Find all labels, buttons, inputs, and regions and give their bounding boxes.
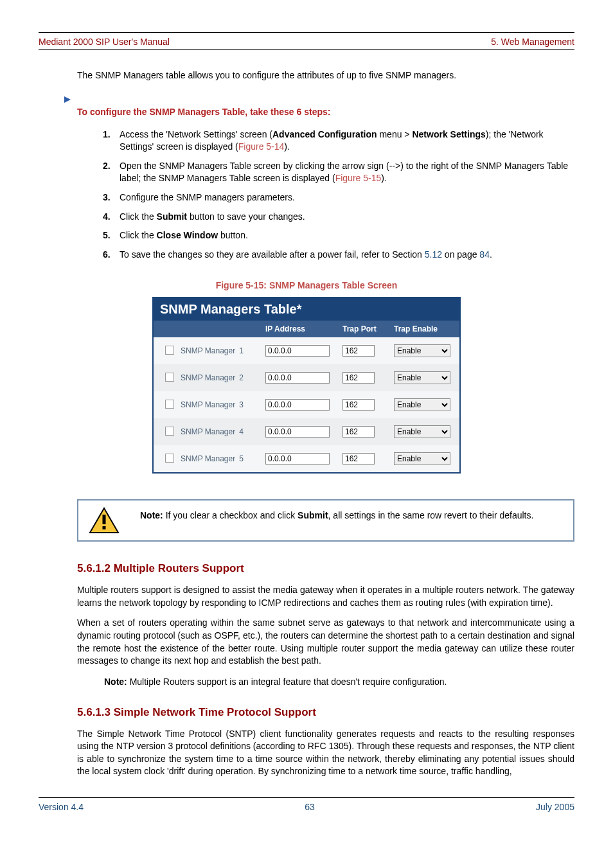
column-port: Trap Port <box>340 321 391 337</box>
figure-link[interactable]: Figure 5-15 <box>335 173 382 183</box>
step-number: 6. <box>103 249 114 261</box>
column-enable: Trap Enable <box>391 321 457 337</box>
figure-caption: Figure 5-15: SNMP Managers Table Screen <box>39 280 574 290</box>
note-label: Note: <box>140 510 163 520</box>
arrow-icon <box>64 96 71 103</box>
footer-left: Version 4.4 <box>39 802 84 812</box>
port-input[interactable] <box>342 399 375 411</box>
enable-select[interactable]: Enable <box>394 371 450 384</box>
table-title: SNMP Managers Table* <box>154 298 459 321</box>
paragraph: The Simple Network Time Protocol (SNTP) … <box>77 728 574 778</box>
step-number: 3. <box>103 191 114 204</box>
ip-input[interactable] <box>265 426 330 438</box>
enable-select[interactable]: Enable <box>394 398 450 411</box>
step-number: 5. <box>103 229 114 242</box>
port-input[interactable] <box>342 345 375 357</box>
row-checkbox[interactable] <box>165 427 174 436</box>
enable-select[interactable]: Enable <box>394 425 450 438</box>
page-footer: Version 4.4 63 July 2005 <box>39 797 574 812</box>
footer-center: 63 <box>305 802 315 812</box>
warning-icon <box>89 507 120 534</box>
step-2: 2. Open the SNMP Managers Table screen b… <box>103 160 574 185</box>
step-3: 3. Configure the SNMP managers parameter… <box>103 191 574 204</box>
page-header: Mediant 2000 SIP User's Manual 5. Web Ma… <box>39 37 574 49</box>
step-6: 6. To save the changes so they are avail… <box>103 249 574 261</box>
step-5: 5. Click the Close Window button. <box>103 229 574 242</box>
figure-link[interactable]: Figure 5-14 <box>238 141 285 152</box>
enable-select[interactable]: Enable <box>394 344 450 357</box>
step-1: 1. Access the 'Network Settings' screen … <box>103 128 574 154</box>
section-heading: 5.6.1.2 Multiple Routers Support <box>77 561 574 576</box>
table-row: SNMP Manager4 Enable <box>154 418 459 445</box>
procedure-lead: To configure the SNMP Managers Table, ta… <box>64 94 574 122</box>
column-ip: IP Address <box>263 321 340 337</box>
header-right: 5. Web Management <box>491 37 574 47</box>
enable-select[interactable]: Enable <box>394 452 450 465</box>
ip-input[interactable] <box>265 399 330 411</box>
row-checkbox[interactable] <box>165 454 174 463</box>
step-number: 1. <box>103 128 114 154</box>
page-link[interactable]: 84 <box>479 249 490 260</box>
ip-input[interactable] <box>265 372 330 384</box>
header-left: Mediant 2000 SIP User's Manual <box>39 37 170 47</box>
note-box: Note: If you clear a checkbox and click … <box>77 499 574 542</box>
section-heading: 5.6.1.3 Simple Network Time Protocol Sup… <box>77 705 574 720</box>
footer-right: July 2005 <box>536 802 574 812</box>
port-input[interactable] <box>342 426 375 438</box>
table-row: SNMP Manager1 Enable <box>154 337 459 364</box>
row-checkbox[interactable] <box>165 373 174 382</box>
table-row: SNMP Manager5 Enable <box>154 445 459 472</box>
procedure-lead-text: To configure the SNMP Managers Table, ta… <box>77 107 330 117</box>
intro-paragraph: The SNMP Managers table allows you to co… <box>77 69 574 82</box>
step-4: 4. Click the Submit button to save your … <box>103 211 574 224</box>
svg-rect-1 <box>103 515 106 524</box>
section-link[interactable]: 5.12 <box>425 249 442 260</box>
ip-input[interactable] <box>265 453 330 465</box>
paragraph: When a set of routers operating within t… <box>77 617 574 667</box>
snmp-managers-table: SNMP Managers Table* IP Address Trap Por… <box>152 297 461 474</box>
paragraph: Multiple routers support is designed to … <box>77 584 574 609</box>
ip-input[interactable] <box>265 345 330 357</box>
step-number: 4. <box>103 211 114 224</box>
row-checkbox[interactable] <box>165 400 174 409</box>
table-header-row: IP Address Trap Port Trap Enable <box>154 321 459 337</box>
port-input[interactable] <box>342 372 375 384</box>
port-input[interactable] <box>342 453 375 465</box>
row-checkbox[interactable] <box>165 346 174 355</box>
table-row: SNMP Manager3 Enable <box>154 391 459 418</box>
step-number: 2. <box>103 160 114 185</box>
table-row: SNMP Manager2 Enable <box>154 364 459 391</box>
inline-note: Note: Multiple Routers support is an int… <box>104 677 574 687</box>
svg-rect-2 <box>103 526 106 529</box>
